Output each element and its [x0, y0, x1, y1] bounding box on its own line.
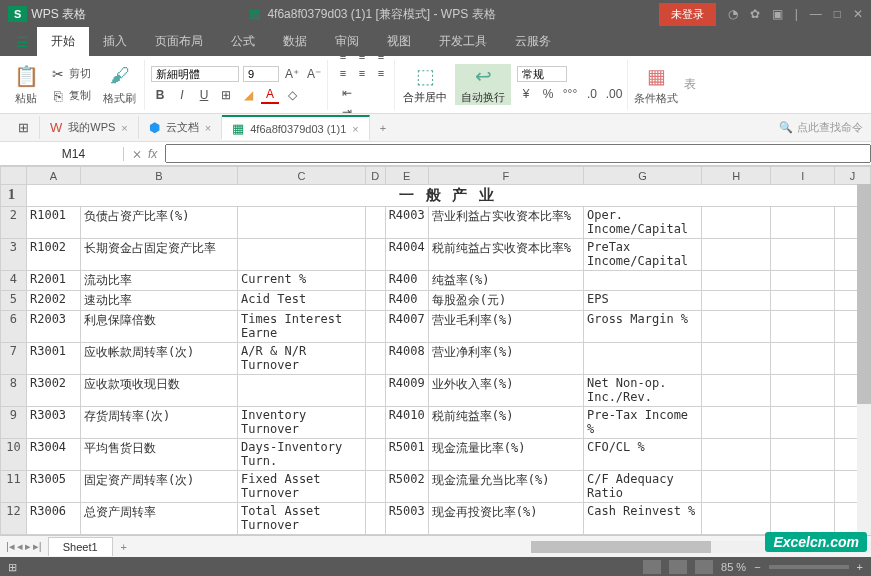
row-header-1[interactable]: 1	[1, 185, 27, 207]
cell-H9[interactable]	[701, 407, 771, 439]
cell-H2[interactable]	[701, 207, 771, 239]
view-layout-button[interactable]	[669, 560, 687, 574]
cell-I6[interactable]	[771, 311, 835, 343]
cell-E7[interactable]: R4008	[385, 343, 428, 375]
close-icon[interactable]: ×	[352, 123, 358, 135]
zoom-out-button[interactable]: −	[754, 561, 760, 573]
cell-B7[interactable]: 应收帐款周转率(次)	[80, 343, 237, 375]
cell-C12[interactable]: Total Asset Turnover	[238, 503, 366, 535]
sheet-last-button[interactable]: ▸|	[33, 540, 42, 553]
cell-I12[interactable]	[771, 503, 835, 535]
cell-A10[interactable]: R3004	[26, 439, 80, 471]
close-icon[interactable]: ×	[205, 122, 211, 134]
cond-format-button[interactable]: ▦ 条件格式	[630, 64, 682, 106]
select-all-corner[interactable]	[1, 167, 27, 185]
row-header-2[interactable]: 2	[1, 207, 27, 239]
scrollbar-thumb[interactable]	[531, 541, 711, 553]
cell-I11[interactable]	[771, 471, 835, 503]
cell-A8[interactable]: R3002	[26, 375, 80, 407]
cell-A4[interactable]: R2001	[26, 271, 80, 291]
minimize-button[interactable]: —	[810, 7, 822, 21]
col-header-C[interactable]: C	[238, 167, 366, 185]
cell-D2[interactable]	[365, 207, 385, 239]
cell-B3[interactable]: 长期资金占固定资产比率	[80, 239, 237, 271]
cell-B8[interactable]: 应收款项收现日数	[80, 375, 237, 407]
cell-F12[interactable]: 现金再投资比率(%)	[428, 503, 583, 535]
cell-F3[interactable]: 税前纯益占实收资本比率%	[428, 239, 583, 271]
doc-tab-mywps[interactable]: W我的WPS×	[40, 116, 139, 139]
tab-dev[interactable]: 开发工具	[425, 27, 501, 56]
cell-H3[interactable]	[701, 239, 771, 271]
cell-G3[interactable]: PreTax Income/Capital	[583, 239, 701, 271]
cell-E8[interactable]: R4009	[385, 375, 428, 407]
paste-button[interactable]: 📋 粘贴	[10, 64, 42, 106]
maximize-button[interactable]: □	[834, 7, 841, 21]
view-pagebreak-button[interactable]	[695, 560, 713, 574]
percent-button[interactable]: %	[539, 85, 557, 103]
cell-E6[interactable]: R4007	[385, 311, 428, 343]
row-header-10[interactable]: 10	[1, 439, 27, 471]
tab-review[interactable]: 审阅	[321, 27, 373, 56]
col-header-E[interactable]: E	[385, 167, 428, 185]
cell-title[interactable]: 一 般 产 业	[26, 185, 870, 207]
cell-I3[interactable]	[771, 239, 835, 271]
cell-A6[interactable]: R2003	[26, 311, 80, 343]
font-size-select[interactable]	[243, 66, 279, 82]
tab-layout[interactable]: 页面布局	[141, 27, 217, 56]
cut-button[interactable]: ✂剪切	[46, 64, 95, 84]
sheet-prev-button[interactable]: ◂	[17, 540, 23, 553]
cell-B10[interactable]: 平均售货日数	[80, 439, 237, 471]
sheet-add-button[interactable]: +	[113, 541, 135, 553]
fx-button[interactable]: fx	[148, 147, 157, 161]
cell-B6[interactable]: 利息保障倍数	[80, 311, 237, 343]
cell-E10[interactable]: R5001	[385, 439, 428, 471]
doc-tab-add[interactable]: +	[370, 118, 396, 138]
tab-view[interactable]: 视图	[373, 27, 425, 56]
format-painter-button[interactable]: 🖌 格式刷	[99, 64, 140, 106]
tab-start[interactable]: 开始	[37, 27, 89, 56]
cell-C7[interactable]: A/R & N/R Turnover	[238, 343, 366, 375]
cell-F10[interactable]: 现金流量比率(%)	[428, 439, 583, 471]
cell-C2[interactable]	[238, 207, 366, 239]
settings-icon[interactable]: ✿	[750, 7, 760, 21]
inc-decimal-button[interactable]: .0	[583, 85, 601, 103]
spreadsheet-grid[interactable]: ABCDEFGHIJ1一 般 产 业2R1001负债占资产比率(%)R4003营…	[0, 166, 871, 535]
zoom-slider[interactable]	[769, 565, 849, 569]
shrink-font-button[interactable]: A⁻	[305, 65, 323, 83]
cancel-fx-icon[interactable]: ⨯	[132, 147, 142, 161]
cell-A9[interactable]: R3003	[26, 407, 80, 439]
copy-button[interactable]: ⎘复制	[46, 86, 95, 106]
col-header-B[interactable]: B	[80, 167, 237, 185]
cell-D8[interactable]	[365, 375, 385, 407]
zoom-in-button[interactable]: +	[857, 561, 863, 573]
cell-C4[interactable]: Current %	[238, 271, 366, 291]
col-header-J[interactable]: J	[835, 167, 871, 185]
font-color-button[interactable]: A	[261, 86, 279, 104]
cell-B12[interactable]: 总资产周转率	[80, 503, 237, 535]
col-header-D[interactable]: D	[365, 167, 385, 185]
currency-button[interactable]: ¥	[517, 85, 535, 103]
cell-A7[interactable]: R3001	[26, 343, 80, 375]
underline-button[interactable]: U	[195, 86, 213, 104]
cell-D9[interactable]	[365, 407, 385, 439]
scrollbar-thumb[interactable]	[857, 184, 871, 404]
sync-icon[interactable]: ◔	[728, 7, 738, 21]
cell-I5[interactable]	[771, 291, 835, 311]
cell-B4[interactable]: 流动比率	[80, 271, 237, 291]
vertical-scrollbar[interactable]	[857, 184, 871, 535]
close-icon[interactable]: ×	[121, 122, 127, 134]
cell-E12[interactable]: R5003	[385, 503, 428, 535]
cell-C8[interactable]	[238, 375, 366, 407]
doc-tab-home[interactable]: ⊞	[8, 116, 40, 139]
cell-B5[interactable]: 速动比率	[80, 291, 237, 311]
indent-decrease[interactable]: ⇤	[338, 84, 356, 102]
close-button[interactable]: ✕	[853, 7, 863, 21]
row-header-6[interactable]: 6	[1, 311, 27, 343]
cell-C11[interactable]: Fixed Asset Turnover	[238, 471, 366, 503]
indent-increase[interactable]: ⇥	[338, 103, 356, 114]
view-normal-button[interactable]	[643, 560, 661, 574]
cell-B9[interactable]: 存货周转率(次)	[80, 407, 237, 439]
login-button[interactable]: 未登录	[659, 3, 716, 26]
cell-D6[interactable]	[365, 311, 385, 343]
cell-G10[interactable]: CFO/CL %	[583, 439, 701, 471]
